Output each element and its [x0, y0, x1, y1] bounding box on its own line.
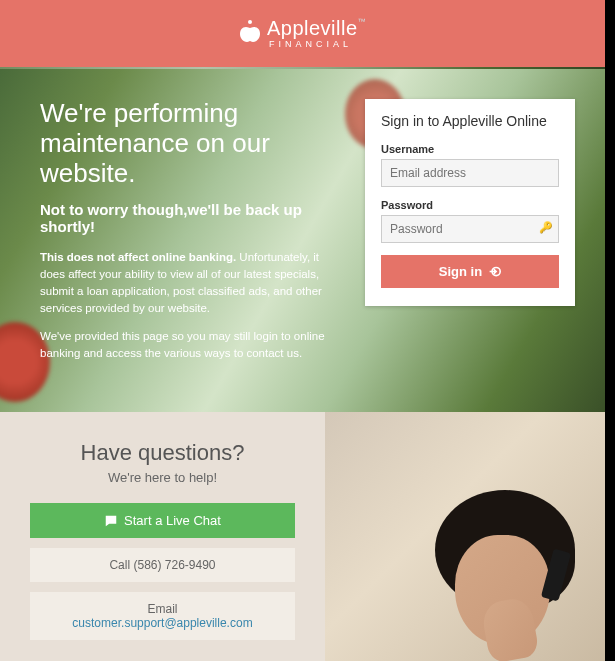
password-input[interactable]: [381, 215, 559, 243]
brand-logo: Appleville™ FINANCIAL: [239, 18, 366, 49]
username-label: Username: [381, 143, 559, 155]
email-contact: Email customer.support@appleville.com: [30, 592, 295, 640]
live-chat-button[interactable]: Start a Live Chat: [30, 503, 295, 538]
key-icon: 🔑: [539, 221, 553, 234]
brand-subtitle: FINANCIAL: [267, 40, 352, 49]
support-email-link[interactable]: customer.support@appleville.com: [72, 616, 252, 630]
help-image: [325, 412, 605, 661]
hero-subtitle: Not to worry though,we'll be back up sho…: [40, 201, 345, 235]
help-subtitle: We're here to help!: [30, 470, 295, 485]
hero-paragraph-2: We've provided this page so you may stil…: [40, 328, 345, 363]
signin-title: Sign in to Appleville Online: [381, 113, 559, 129]
signin-panel: Sign in to Appleville Online Username Pa…: [365, 99, 575, 306]
hero-section: We're performing maintenance on our webs…: [0, 67, 605, 412]
chat-icon: [104, 514, 118, 528]
hero-paragraph-1: This does not affect online banking. Unf…: [40, 249, 345, 318]
username-input[interactable]: [381, 159, 559, 187]
help-section: Have questions? We're here to help! Star…: [0, 412, 605, 661]
help-title: Have questions?: [30, 440, 295, 466]
signin-arrow-icon: [488, 265, 501, 278]
apple-icon: [239, 19, 261, 49]
svg-point-0: [248, 20, 252, 24]
password-label: Password: [381, 199, 559, 211]
brand-name: Appleville: [267, 17, 358, 39]
phone-contact[interactable]: Call (586) 726-9490: [30, 548, 295, 582]
signin-button[interactable]: Sign in: [381, 255, 559, 288]
hero-title: We're performing maintenance on our webs…: [40, 99, 345, 189]
trademark: ™: [358, 17, 367, 26]
header: Appleville™ FINANCIAL: [0, 0, 605, 67]
